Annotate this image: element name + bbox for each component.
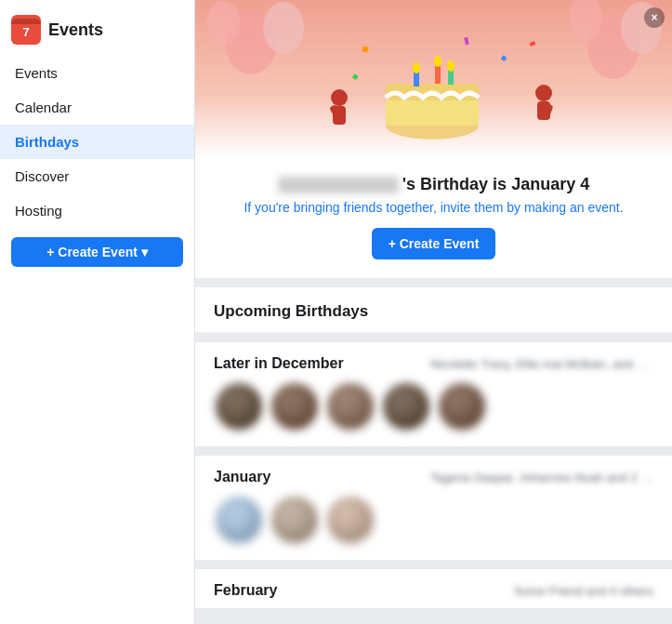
december-group-names: Nicolette Tracy, Ellie-mai McBain, and R… xyxy=(430,357,653,371)
calendar-icon xyxy=(11,15,41,45)
sidebar-item-birthdays[interactable]: Birthdays xyxy=(0,125,194,159)
svg-rect-22 xyxy=(501,55,507,61)
avatar xyxy=(270,381,320,431)
avatar xyxy=(214,495,264,545)
avatar xyxy=(270,495,320,545)
svg-point-13 xyxy=(434,56,441,67)
birthday-group-february: February Some Friend and 4 others xyxy=(195,569,672,608)
svg-rect-21 xyxy=(362,46,369,53)
upcoming-birthdays-section: Upcoming Birthdays xyxy=(195,287,672,333)
february-group-header: February Some Friend and 4 others xyxy=(195,569,672,608)
avatar xyxy=(381,381,431,431)
avatar xyxy=(437,381,487,431)
sidebar-item-events[interactable]: Events xyxy=(0,56,194,90)
birthday-hero-card: × 's Birthday is January 4 If you're bri… xyxy=(195,0,672,278)
avatar xyxy=(214,381,264,431)
main-content: × 's Birthday is January 4 If you're bri… xyxy=(195,0,672,624)
avatar xyxy=(325,495,376,545)
february-group-names: Some Friend and 4 others xyxy=(514,584,653,598)
svg-point-12 xyxy=(413,62,420,73)
february-group-label: February xyxy=(214,582,277,599)
sidebar: Events Events Calendar Birthdays Discove… xyxy=(0,0,195,624)
upcoming-birthdays-header: Upcoming Birthdays xyxy=(195,287,672,333)
january-group-names: Tagena Gaspar, Johannes Noah and 2 other… xyxy=(430,471,653,485)
svg-point-15 xyxy=(331,89,348,106)
svg-point-1 xyxy=(263,2,304,54)
svg-rect-24 xyxy=(352,73,359,80)
hero-close-button[interactable]: × xyxy=(644,7,665,28)
birthday-title-suffix: 's Birthday is January 4 xyxy=(402,175,589,193)
sidebar-item-calendar[interactable]: Calendar xyxy=(0,90,194,125)
january-group-label: January xyxy=(214,469,270,485)
sidebar-title: Events xyxy=(48,20,103,40)
birthday-person-name xyxy=(278,177,399,193)
avatar xyxy=(325,381,376,431)
svg-rect-7 xyxy=(386,98,479,126)
birthday-hero-body: 's Birthday is January 4 If you're bring… xyxy=(195,158,672,278)
svg-rect-25 xyxy=(529,41,535,46)
create-event-button[interactable]: + Create Event xyxy=(372,228,496,259)
sidebar-header: Events xyxy=(0,11,194,56)
december-avatar-row xyxy=(195,381,672,446)
sidebar-item-discover[interactable]: Discover xyxy=(0,159,194,193)
svg-point-18 xyxy=(535,85,552,101)
svg-point-14 xyxy=(447,60,455,72)
birthday-hero-banner: × xyxy=(195,0,672,158)
sidebar-create-event-button[interactable]: + Create Event ▾ xyxy=(11,237,183,267)
december-group-header: Later in December Nicolette Tracy, Ellie… xyxy=(195,342,672,381)
birthday-group-december: Later in December Nicolette Tracy, Ellie… xyxy=(195,342,672,446)
birthday-subtitle: If you're bringing friends together, inv… xyxy=(217,200,650,215)
january-avatar-row xyxy=(195,495,672,560)
december-group-label: Later in December xyxy=(214,355,344,372)
birthday-name-title: 's Birthday is January 4 xyxy=(217,175,650,194)
sidebar-item-hosting[interactable]: Hosting xyxy=(0,193,194,228)
svg-rect-23 xyxy=(464,37,469,46)
january-group-header: January Tagena Gaspar, Johannes Noah and… xyxy=(195,456,672,495)
birthday-group-january: January Tagena Gaspar, Johannes Noah and… xyxy=(195,456,672,560)
birthday-illustration xyxy=(195,0,672,158)
svg-point-2 xyxy=(206,1,240,46)
